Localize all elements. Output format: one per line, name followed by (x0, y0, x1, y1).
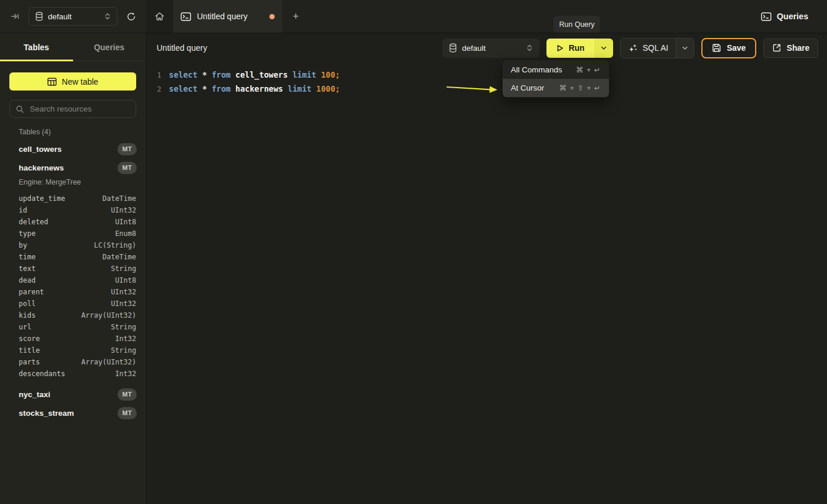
column-type: Enum8 (115, 230, 136, 238)
new-tab-button[interactable]: + (282, 0, 309, 33)
chevron-updown-icon (526, 44, 533, 52)
table-row[interactable]: cell_towersMT (0, 140, 146, 158)
column-name: parent (19, 288, 44, 296)
refresh-button[interactable] (123, 8, 139, 25)
tables-list: cell_towersMThackernewsMTEngine: MergeTr… (0, 140, 146, 422)
table-row[interactable]: hackernewsMT (0, 158, 146, 177)
column-type: UInt8 (115, 276, 136, 284)
run-menu-item[interactable]: All Commands⌘ + ↵ (503, 61, 609, 79)
code-line[interactable]: 2select * from hackernews limit 1000; (146, 82, 827, 96)
sql-editor[interactable]: 1select * from cell_towers limit 100;2se… (146, 62, 827, 504)
save-button[interactable]: Save (701, 38, 756, 58)
table-columns: update_timeDateTimeidUInt32deletedUInt8t… (0, 193, 146, 380)
table-grid-icon (47, 78, 57, 86)
column-row: titleString (0, 345, 146, 356)
column-row: idUInt32 (0, 204, 146, 216)
column-type: UInt32 (111, 300, 136, 308)
queries-button-label: Queries (777, 12, 808, 21)
column-name: parts (19, 358, 40, 366)
engine-badge: MT (117, 162, 137, 174)
column-type: LC(String) (94, 241, 136, 249)
query-tab[interactable]: Untitled query (173, 0, 282, 33)
column-name: id (19, 206, 27, 214)
column-name: time (19, 253, 36, 261)
column-row: scoreInt32 (0, 333, 146, 345)
menu-item-shortcut: ⌘ + ↵ (576, 65, 601, 74)
topbar-left-section: default (0, 0, 146, 33)
column-row: deadUInt8 (0, 274, 146, 286)
table-name: nyc_taxi (19, 390, 50, 399)
chevron-updown-icon (104, 12, 111, 20)
queries-button[interactable]: Queries (757, 0, 812, 33)
column-type: Array(UInt32) (81, 358, 136, 366)
topbar-database-selector[interactable]: default (29, 7, 117, 26)
code-text: select * from hackernews limit 1000; (161, 84, 340, 93)
database-icon (35, 12, 43, 21)
terminal-icon (181, 12, 191, 21)
sidebar-tab-tables[interactable]: Tables (0, 33, 73, 61)
engine-badge: MT (117, 407, 137, 419)
home-tab[interactable] (146, 0, 173, 33)
column-row: textString (0, 263, 146, 274)
sql-ai-options-caret[interactable] (676, 39, 694, 58)
column-name: url (19, 323, 32, 331)
refresh-icon (126, 12, 136, 22)
table-name: stocks_stream (19, 409, 74, 418)
share-button[interactable]: Share (763, 39, 818, 58)
table-row[interactable]: nyc_taxiMT (0, 385, 146, 404)
run-split-button: Run (546, 39, 613, 58)
column-name: text (19, 265, 36, 273)
sql-ai-button[interactable]: SQL AI (621, 39, 676, 58)
column-type: UInt32 (111, 206, 136, 214)
chevron-down-icon (681, 44, 688, 51)
share-button-label: Share (787, 43, 809, 53)
toolbar-database-selector[interactable]: default (442, 39, 539, 58)
table-name: cell_towers (19, 145, 62, 154)
column-name: dead (19, 276, 36, 284)
column-row: parentUInt32 (0, 286, 146, 298)
table-row[interactable]: stocks_streamMT (0, 404, 146, 422)
queries-terminal-icon (761, 12, 771, 21)
engine-badge: MT (117, 143, 137, 155)
chevron-down-icon (600, 44, 607, 51)
collapse-sidebar-button[interactable] (7, 8, 23, 25)
column-type: String (111, 323, 136, 331)
home-icon (154, 11, 165, 22)
column-name: deleted (19, 218, 49, 226)
share-icon (772, 43, 781, 53)
collapse-sidebar-icon (11, 12, 20, 21)
column-type: UInt32 (111, 288, 136, 296)
column-type: Array(UInt32) (81, 311, 136, 319)
sql-ai-split-button: SQL AI (620, 38, 695, 58)
run-options-caret[interactable] (594, 39, 613, 58)
column-row: partsArray(UInt32) (0, 356, 146, 368)
run-query-tooltip: Run Query (553, 16, 600, 33)
new-table-button[interactable]: New table (9, 72, 136, 91)
new-table-label: New table (62, 77, 98, 86)
save-button-label: Save (726, 43, 746, 53)
column-type: DateTime (102, 194, 136, 203)
column-type: String (111, 346, 136, 354)
sql-ai-label: SQL AI (643, 43, 669, 53)
column-name: kids (19, 311, 36, 319)
column-row: timeDateTime (0, 251, 146, 263)
column-type: DateTime (102, 253, 136, 261)
engine-badge: MT (117, 388, 137, 401)
search-input[interactable] (29, 104, 130, 114)
column-name: by (19, 241, 27, 249)
table-engine-label: Engine: MergeTree (0, 177, 146, 187)
editor-toolbar: Untitled query default Run (146, 33, 827, 62)
column-type: Int32 (115, 370, 136, 378)
menu-item-label: All Commands (511, 65, 562, 74)
run-button[interactable]: Run (546, 39, 594, 58)
code-line[interactable]: 1select * from cell_towers limit 100; (146, 68, 827, 82)
sidebar-tab-queries[interactable]: Queries (73, 33, 146, 61)
column-row: kidsArray(UInt32) (0, 310, 146, 321)
column-name: descendants (19, 370, 65, 378)
run-button-label: Run (569, 43, 584, 53)
column-row: pollUInt32 (0, 298, 146, 310)
line-number: 2 (146, 85, 161, 93)
sidebar-tabs: Tables Queries (0, 33, 146, 61)
run-menu-item[interactable]: At Cursor⌘ + ⇧ + ↵ (503, 79, 609, 97)
column-row: descendantsInt32 (0, 368, 146, 380)
